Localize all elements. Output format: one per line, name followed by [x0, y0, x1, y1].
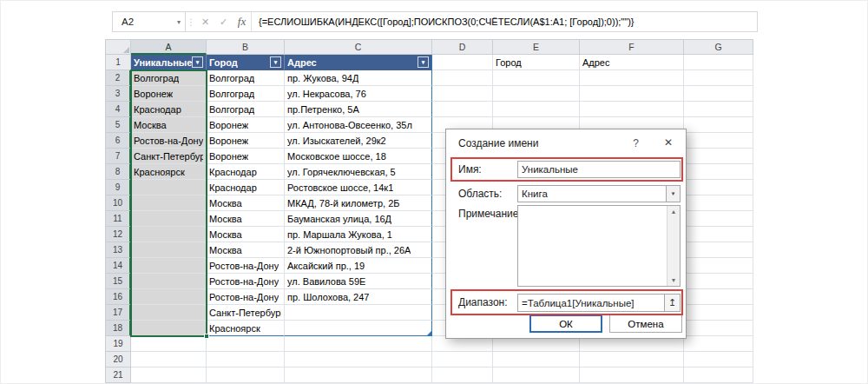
cell-A16[interactable]: [131, 289, 207, 305]
cell-G5[interactable]: [684, 117, 753, 133]
cell-D20[interactable]: [432, 352, 493, 367]
cell-B12[interactable]: Москва: [207, 227, 285, 242]
filter-dropdown-icon[interactable]: ▾: [418, 56, 429, 68]
cell-G21[interactable]: [684, 367, 753, 383]
cell-A21[interactable]: [131, 367, 207, 383]
row-header-17[interactable]: 17: [105, 305, 131, 321]
filter-dropdown-icon[interactable]: ▾: [192, 56, 203, 68]
row-header-5[interactable]: 5: [105, 117, 131, 133]
collapse-dialog-icon[interactable]: ↥: [664, 295, 680, 311]
column-header-B[interactable]: B: [207, 39, 285, 55]
confirm-entry-icon[interactable]: ✓: [214, 17, 233, 28]
cell-B13[interactable]: Москва: [207, 242, 285, 258]
cell-G2[interactable]: [684, 70, 753, 86]
cell-B2[interactable]: Волгоград: [207, 70, 285, 86]
cell-G13[interactable]: [684, 242, 753, 258]
cell-G6[interactable]: [684, 133, 753, 149]
cell-B1[interactable]: Город▾: [207, 55, 285, 70]
row-header-15[interactable]: 15: [105, 274, 131, 289]
cell-B20[interactable]: [207, 352, 285, 367]
cell-F20[interactable]: [580, 352, 684, 367]
row-header-10[interactable]: 10: [105, 195, 131, 211]
cell-G3[interactable]: [684, 86, 753, 102]
cell-C1[interactable]: Адрес▾: [285, 55, 432, 70]
cell-A15[interactable]: [131, 274, 207, 289]
cell-E20[interactable]: [493, 352, 580, 367]
cell-F2[interactable]: [580, 70, 684, 86]
cell-A20[interactable]: [131, 352, 207, 367]
cell-A10[interactable]: [131, 195, 207, 211]
column-header-D[interactable]: D: [432, 39, 493, 55]
column-header-F[interactable]: F: [580, 39, 684, 55]
cell-A14[interactable]: [131, 258, 207, 274]
name-box-dropdown-icon[interactable]: ▾: [177, 18, 181, 26]
cell-C16[interactable]: пр. Шолохова, 247: [285, 289, 432, 305]
cell-F21[interactable]: [580, 367, 684, 383]
row-header-1[interactable]: 1: [105, 55, 131, 70]
cell-B16[interactable]: Ростов-на-Дону: [207, 289, 285, 305]
cell-G11[interactable]: [684, 211, 753, 227]
table-resize-handle[interactable]: [426, 330, 432, 336]
row-header-20[interactable]: 20: [105, 352, 131, 367]
cell-G16[interactable]: [684, 289, 753, 305]
row-header-9[interactable]: 9: [105, 180, 131, 195]
cell-C19[interactable]: [285, 336, 432, 352]
cell-A18[interactable]: [131, 321, 207, 336]
cell-B7[interactable]: Воронеж: [207, 149, 285, 164]
scroll-down-icon[interactable]: ▼: [667, 277, 680, 283]
chevron-down-icon[interactable]: ▾: [666, 186, 680, 202]
cell-F1[interactable]: Адрес: [580, 55, 684, 70]
scrollbar[interactable]: ▲ ▼: [667, 206, 680, 286]
scope-select[interactable]: Книга ▾: [517, 185, 681, 202]
row-header-13[interactable]: 13: [105, 242, 131, 258]
cell-A1[interactable]: Уникальные▾: [131, 55, 207, 70]
cell-A7[interactable]: Санкт-Петербург: [131, 149, 207, 164]
cell-B8[interactable]: Краснодар: [207, 164, 285, 180]
cell-G4[interactable]: [684, 102, 753, 117]
cell-C12[interactable]: пр. Маршала Жукова, 1: [285, 227, 432, 242]
row-header-8[interactable]: 8: [105, 164, 131, 180]
cell-G1[interactable]: [684, 55, 753, 70]
cell-B21[interactable]: [207, 367, 285, 383]
cell-C13[interactable]: 2-й Южнопортовый пр., 26А: [285, 242, 432, 258]
name-input[interactable]: Уникальные: [517, 161, 681, 178]
cell-B10[interactable]: Москва: [207, 195, 285, 211]
row-header-7[interactable]: 7: [105, 149, 131, 164]
cell-C3[interactable]: ул. Некрасова, 76: [285, 86, 432, 102]
cancel-entry-icon[interactable]: ✕: [196, 17, 214, 28]
cell-F3[interactable]: [580, 86, 684, 102]
row-header-16[interactable]: 16: [105, 289, 131, 305]
cell-B5[interactable]: Воронеж: [207, 117, 285, 133]
insert-function-icon[interactable]: fx: [233, 15, 251, 29]
formula-input[interactable]: {=ЕСЛИОШИБКА(ИНДЕКС([Город];ПОИСКПОЗ(0;С…: [255, 17, 757, 27]
select-all-corner[interactable]: [105, 39, 131, 55]
cell-C4[interactable]: пр.Петренко, 5А: [285, 102, 432, 117]
cell-A9[interactable]: [131, 180, 207, 195]
cell-G10[interactable]: [684, 195, 753, 211]
fill-handle[interactable]: [204, 334, 209, 339]
cell-E4[interactable]: [493, 102, 580, 117]
column-header-E[interactable]: E: [493, 39, 580, 55]
cell-B9[interactable]: Краснодар: [207, 180, 285, 195]
cell-C14[interactable]: Аксайский пр., 19: [285, 258, 432, 274]
cell-A5[interactable]: Москва: [131, 117, 207, 133]
cell-E1[interactable]: Город: [493, 55, 580, 70]
cell-D1[interactable]: [432, 55, 493, 70]
cell-G12[interactable]: [684, 227, 753, 242]
cell-F4[interactable]: [580, 102, 684, 117]
cell-C11[interactable]: Бауманская улица, 16Д: [285, 211, 432, 227]
close-icon[interactable]: ✕: [664, 136, 673, 149]
row-header-6[interactable]: 6: [105, 133, 131, 149]
cell-G20[interactable]: [684, 352, 753, 367]
name-box[interactable]: A2 ▾: [113, 12, 186, 31]
cell-G18[interactable]: [684, 321, 753, 336]
cell-E3[interactable]: [493, 86, 580, 102]
cell-C5[interactable]: ул. Антонова-Овсеенко, 35л: [285, 117, 432, 133]
cancel-button[interactable]: Отмена: [609, 314, 682, 333]
cell-A13[interactable]: [131, 242, 207, 258]
cell-C21[interactable]: [285, 367, 432, 383]
row-header-19[interactable]: 19: [105, 336, 131, 352]
filter-dropdown-icon[interactable]: ▾: [270, 56, 281, 68]
cell-C15[interactable]: ул. Вавилова 59Е: [285, 274, 432, 289]
cell-A17[interactable]: [131, 305, 207, 321]
